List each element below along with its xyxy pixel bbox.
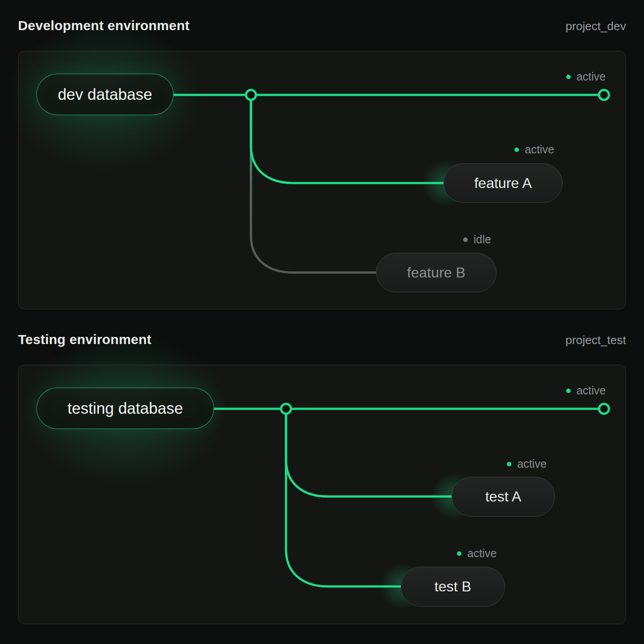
status-label: active <box>525 143 554 156</box>
feature-a-status: active <box>514 143 554 156</box>
test-a-status: active <box>507 457 546 470</box>
project-id-label: project_test <box>566 333 626 347</box>
testing-database-node[interactable]: testing database <box>36 388 214 429</box>
branch-point-icon <box>246 90 256 100</box>
status-dot-icon <box>514 148 519 152</box>
status-dot-icon <box>566 389 571 393</box>
section-title: Testing environment <box>18 332 152 347</box>
node-label: dev database <box>58 85 152 103</box>
testing-section-header: Testing environment project_test <box>18 332 626 352</box>
status-dot-icon <box>566 75 571 79</box>
status-dot-icon <box>507 462 511 466</box>
test-b-status: active <box>457 547 496 560</box>
feature-b-node[interactable]: feature B <box>376 253 496 292</box>
test-b-node[interactable]: test B <box>401 567 505 607</box>
status-dot-icon <box>457 551 461 556</box>
test-a-node[interactable]: test A <box>452 477 555 517</box>
node-label: feature A <box>474 175 532 192</box>
page: Development environment project_dev <box>0 0 644 624</box>
status-label: active <box>467 547 496 560</box>
main-branch-status: active <box>566 384 606 397</box>
testing-branch-diagram-panel: active testing database active test A ac… <box>18 365 626 624</box>
dev-section-header: Development environment project_dev <box>18 18 626 38</box>
status-label: idle <box>474 233 491 246</box>
branch-line-test-a <box>286 409 452 496</box>
branch-end-icon <box>599 90 609 100</box>
project-id-label: project_dev <box>566 19 626 33</box>
dev-environment-section: Development environment project_dev <box>18 18 626 309</box>
branch-line-feature-a <box>251 95 443 183</box>
testing-environment-section: Testing environment project_test active … <box>18 332 626 624</box>
node-label: feature B <box>407 264 465 281</box>
node-label: test B <box>434 578 471 595</box>
branch-point-icon <box>281 404 291 414</box>
status-label: active <box>517 457 546 470</box>
node-label: testing database <box>67 399 183 417</box>
section-title: Development environment <box>18 18 189 33</box>
main-branch-status: active <box>566 70 606 83</box>
branch-end-icon <box>599 404 609 414</box>
status-label: active <box>577 384 606 397</box>
status-label: active <box>577 70 606 83</box>
feature-a-node[interactable]: feature A <box>443 163 563 203</box>
dev-database-node[interactable]: dev database <box>36 74 174 115</box>
feature-b-status: idle <box>463 233 491 246</box>
dev-branch-diagram-panel: active dev database active feature A idl… <box>18 51 626 309</box>
status-dot-icon <box>463 237 468 242</box>
node-label: test A <box>485 488 521 505</box>
